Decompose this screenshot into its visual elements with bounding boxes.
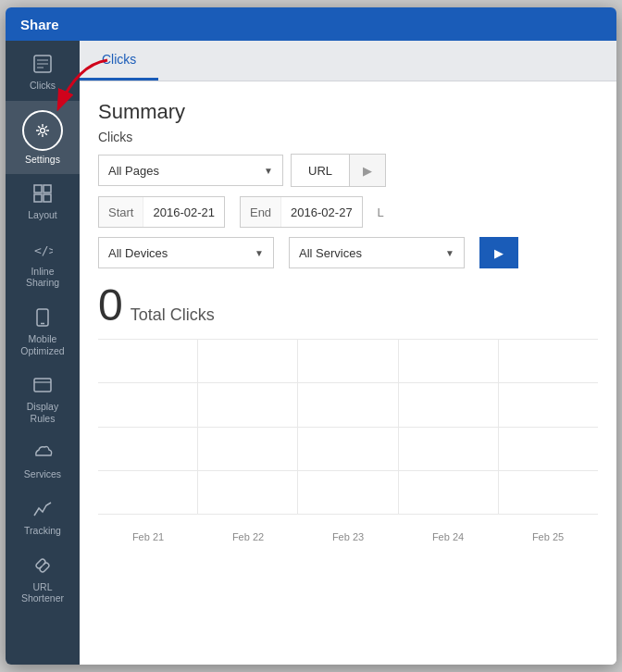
- services-dropdown[interactable]: All Services ▼: [289, 237, 465, 268]
- section-label: Clicks: [98, 130, 598, 144]
- app-window: Share Clicks: [6, 7, 616, 665]
- sidebar-item-tracking[interactable]: Tracking: [6, 490, 80, 546]
- content-scroll: Summary Clicks All Pages ▼ URL ▶: [80, 81, 616, 665]
- sidebar-mobile-label: MobileOptimized: [20, 333, 64, 356]
- svg-rect-13: [34, 185, 42, 193]
- sidebar-item-inline-sharing[interactable]: </> InlineSharing: [6, 230, 80, 298]
- chart-col-1: [98, 339, 198, 515]
- sidebar-clicks-label: Clicks: [30, 80, 56, 92]
- start-value: 2016-02-21: [143, 205, 224, 219]
- services-icon: [32, 442, 53, 466]
- svg-line-11: [45, 126, 47, 128]
- title-bar: Share: [6, 7, 616, 41]
- chart-area: Feb 21 Feb 22 Feb 23 Feb 24 Feb 25: [80, 339, 616, 542]
- devices-dropdown-value: All Devices: [108, 246, 168, 260]
- svg-rect-20: [34, 379, 51, 392]
- end-date-field[interactable]: End 2016-02-27: [240, 196, 363, 228]
- sidebar-tracking-label: Tracking: [24, 525, 61, 537]
- sidebar-display-rules-label: DisplayRules: [27, 401, 58, 424]
- svg-line-12: [38, 132, 40, 134]
- chart-col-3: [298, 339, 398, 515]
- x-label-2: Feb 23: [332, 531, 364, 542]
- x-label-4: Feb 25: [532, 531, 564, 542]
- sidebar-url-shortener-label: URLShortener: [21, 581, 64, 604]
- apply-button[interactable]: ▶: [479, 237, 518, 268]
- tab-clicks[interactable]: Clicks: [80, 41, 158, 81]
- sidebar-item-mobile-optimized[interactable]: MobileOptimized: [6, 298, 80, 366]
- svg-line-10: [45, 132, 47, 134]
- pages-dropdown-value: All Pages: [108, 164, 159, 178]
- start-label: Start: [99, 197, 143, 227]
- x-label-0: Feb 21: [132, 531, 164, 542]
- stats-row: 0 Total Clicks: [98, 283, 598, 328]
- svg-text:</>: </>: [34, 243, 53, 257]
- svg-point-4: [41, 128, 45, 132]
- chart-col-4: [399, 339, 499, 515]
- tracking-icon: [32, 499, 53, 522]
- sidebar-inline-sharing-label: InlineSharing: [26, 266, 59, 289]
- sidebar-item-display-rules[interactable]: DisplayRules: [6, 366, 80, 433]
- sidebar-services-label: Services: [24, 468, 61, 480]
- display-rules-icon: [32, 375, 53, 398]
- svg-rect-15: [34, 194, 42, 202]
- sidebar-item-settings[interactable]: Settings: [6, 101, 80, 175]
- devices-arrow: ▼: [255, 248, 264, 258]
- sidebar-layout-label: Layout: [28, 209, 57, 221]
- chart-col-5: [499, 339, 598, 515]
- tabs-bar: Clicks: [80, 41, 616, 81]
- layout-icon: [32, 183, 53, 206]
- svg-line-9: [38, 126, 40, 128]
- sidebar-item-clicks[interactable]: Clicks: [6, 44, 80, 101]
- pages-dropdown-arrow: ▼: [264, 166, 273, 176]
- pages-dropdown[interactable]: All Pages ▼: [98, 155, 283, 186]
- page-title: Summary: [98, 100, 598, 124]
- title-bar-label: Share: [20, 17, 59, 32]
- sidebar-settings-label: Settings: [25, 154, 60, 166]
- chart-columns: [98, 339, 598, 515]
- content-area: Clicks Summary Clicks All Pages ▼ URL: [80, 41, 616, 665]
- chart-x-labels: Feb 21 Feb 22 Feb 23 Feb 24 Feb 25: [98, 531, 598, 542]
- extra-label: L: [378, 205, 384, 219]
- x-label-3: Feb 24: [432, 531, 464, 542]
- url-tab-buttons: URL ▶: [291, 154, 386, 187]
- chart-col-2: [198, 339, 298, 515]
- sidebar: Clicks Settin: [6, 41, 80, 665]
- start-date-field[interactable]: Start 2016-02-21: [98, 196, 225, 228]
- services-arrow: ▼: [445, 248, 454, 258]
- svg-rect-14: [44, 185, 51, 193]
- total-clicks-number: 0: [98, 283, 123, 328]
- inline-sharing-icon: </>: [32, 240, 53, 263]
- url-tab-btn[interactable]: URL: [292, 155, 349, 186]
- settings-circle: [22, 110, 63, 151]
- date-row: Start 2016-02-21 End 2016-02-27 L: [98, 196, 598, 228]
- sidebar-item-layout[interactable]: Layout: [6, 174, 80, 230]
- svg-rect-16: [44, 194, 51, 202]
- services-dropdown-value: All Services: [299, 246, 362, 260]
- sidebar-item-url-shortener[interactable]: URLShortener: [6, 546, 80, 614]
- total-clicks-label: Total Clicks: [131, 305, 215, 325]
- x-label-1: Feb 22: [232, 531, 264, 542]
- filter-row: All Devices ▼ All Services ▼ ▶: [98, 237, 598, 268]
- controls-row-1: All Pages ▼ URL ▶: [98, 154, 598, 187]
- clicks-icon: [32, 54, 53, 77]
- end-value: 2016-02-27: [281, 205, 362, 219]
- mobile-icon: [32, 307, 53, 330]
- url-shortener-icon: [32, 555, 53, 579]
- main-layout: Clicks Settin: [6, 41, 616, 665]
- end-label: End: [241, 197, 281, 227]
- sidebar-item-services[interactable]: Services: [6, 433, 80, 490]
- devices-dropdown[interactable]: All Devices ▼: [98, 237, 274, 268]
- extra-tab-btn[interactable]: ▶: [349, 155, 385, 186]
